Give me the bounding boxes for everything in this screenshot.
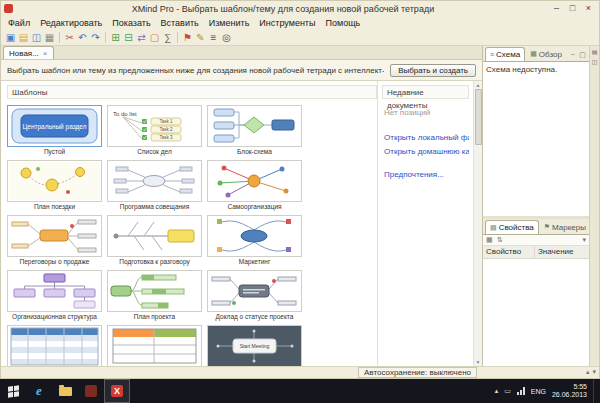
tab-close-icon[interactable]: × [43, 49, 48, 58]
label-icon[interactable]: ✎ [194, 30, 207, 45]
template-marketing[interactable]: Маркетинг [207, 215, 302, 267]
menu-help[interactable]: Помощь [320, 18, 365, 28]
todo-title: To do list [113, 111, 137, 117]
insert-subtopic-icon[interactable]: ⊟ [122, 30, 135, 45]
close-button[interactable]: × [581, 3, 596, 14]
template-self-organization[interactable]: Самоорганизация [207, 160, 302, 212]
template-preview: To do list Task 1 Task 2 [107, 105, 202, 147]
tab-properties[interactable]: ▤ Свойства [485, 220, 539, 234]
restore-view-icon[interactable]: ▤ [592, 48, 598, 55]
menu-file[interactable]: Файл [3, 18, 35, 28]
pinned-app-button[interactable] [78, 379, 104, 403]
menubar: Файл Редактировать Показать Вставить Изм… [1, 16, 599, 29]
show-hidden-icons[interactable]: ▴ [495, 387, 499, 395]
restore-view-icon-2[interactable]: ◫ [592, 58, 598, 65]
table-view-icon[interactable]: ▦ [486, 236, 493, 244]
status-up-icon[interactable]: ▴ [586, 368, 590, 376]
column-value[interactable]: Значение [535, 246, 589, 258]
relationship-icon[interactable]: ⇄ [135, 30, 148, 45]
status-down-icon[interactable]: ▾ [592, 368, 596, 376]
cut-icon[interactable]: ✂ [63, 30, 76, 45]
scrollbar-thumb[interactable] [475, 89, 482, 145]
template-caption: Подготовка к разговору [107, 257, 202, 267]
menu-edit[interactable]: Редактировать [35, 18, 107, 28]
insert-topic-icon[interactable]: ⊞ [109, 30, 122, 45]
undo-icon[interactable]: ↶ [76, 30, 89, 45]
meeting-center-topic: Start Meeting [240, 343, 270, 349]
clock-time: 5:55 [552, 383, 587, 391]
redo-icon[interactable]: ↷ [89, 30, 102, 45]
template-caption: План проекта [107, 312, 202, 322]
menu-view[interactable]: Показать [107, 18, 155, 28]
zoom-icon[interactable]: ◎ [220, 30, 233, 45]
template-preview [207, 215, 302, 257]
template-conversation-prep[interactable]: Подготовка к разговору [107, 215, 202, 267]
properties-table-header: Свойство Значение [483, 246, 589, 259]
template-table[interactable] [107, 325, 202, 366]
notes-icon[interactable]: ≡ [207, 30, 220, 45]
marker-icon[interactable]: ⚑ [181, 30, 194, 45]
template-project-plan[interactable]: План проекта [107, 270, 202, 322]
internet-explorer-button[interactable]: e [26, 379, 52, 403]
tab-outline[interactable]: ≡ Схема [485, 47, 525, 61]
outline-icon: ≡ [490, 51, 494, 58]
open-home-map-link[interactable]: Открыть домашнюю карту [384, 147, 469, 156]
template-meeting-agenda[interactable]: Программа совещания [107, 160, 202, 212]
open-local-file-link[interactable]: Открыть локальный файл... [384, 133, 469, 142]
template-spreadsheet[interactable] [7, 325, 102, 366]
start-button[interactable] [0, 379, 26, 403]
file-explorer-button[interactable] [52, 379, 78, 403]
tab-overview[interactable]: ▦ Обзор [526, 47, 566, 61]
language-indicator[interactable]: ENG [531, 388, 546, 395]
tab-new-workbook[interactable]: Новая... × [3, 46, 54, 59]
template-start-meeting[interactable]: Start Meeting [207, 325, 302, 366]
template-org-structure[interactable]: Организационная структура [7, 270, 102, 322]
template-caption: Самоорганизация [207, 202, 302, 212]
tab-label: Схема [496, 50, 520, 59]
minimize-panel-icon[interactable]: − [568, 51, 577, 59]
template-preview [107, 325, 202, 366]
template-project-status-report[interactable]: Доклад о статусе проекта [207, 270, 302, 322]
menu-insert[interactable]: Вставить [156, 18, 204, 28]
system-tray: ▴ ▭ ENG 5:55 26.06.2013 [495, 379, 600, 403]
view-menu-icon[interactable]: ▾ [582, 236, 586, 244]
open-icon[interactable]: ▤ [17, 30, 30, 45]
tab-markers[interactable]: ⚑ Маркеры [540, 220, 590, 234]
right-dock: ≡ Схема ▦ Обзор − ▢ Схема недос [483, 46, 589, 366]
todo-task-2: Task 2 [159, 127, 173, 132]
recent-documents-title: Недавние документы [382, 85, 469, 99]
choose-and-create-button[interactable]: Выбрать и создать [390, 64, 476, 77]
clock[interactable]: 5:55 26.06.2013 [552, 383, 587, 399]
save-icon[interactable]: ◫ [30, 30, 43, 45]
network-icon[interactable] [517, 387, 525, 395]
windows-taskbar: e X ▴ ▭ ENG 5:55 26.06.2013 [0, 379, 600, 403]
scroll-down-icon[interactable]: ▼ [476, 358, 481, 366]
toolbar-separator [105, 32, 106, 43]
scroll-up-icon[interactable]: ▲ [476, 81, 481, 89]
template-flowchart[interactable]: Блок-схема [207, 105, 302, 157]
ie-icon: e [36, 383, 42, 399]
boundary-icon[interactable]: ▢ [148, 30, 161, 45]
template-preview: Start Meeting [207, 325, 302, 366]
template-todo-list[interactable]: To do list Task 1 Task 2 [107, 105, 202, 157]
column-property[interactable]: Свойство [483, 246, 535, 258]
template-travel-plan[interactable]: План поездки [7, 160, 102, 212]
show-desktop-button[interactable] [593, 379, 598, 403]
preferences-link[interactable]: Предпочтения... [384, 170, 469, 179]
template-blank[interactable]: Центральный раздел Пустой [7, 105, 102, 157]
menu-modify[interactable]: Изменить [204, 18, 255, 28]
sort-icon[interactable]: ⇅ [497, 236, 503, 244]
maximize-button[interactable]: □ [565, 3, 580, 14]
menu-tools[interactable]: Инструменты [254, 18, 320, 28]
maximize-panel-icon[interactable]: ▢ [578, 51, 587, 59]
new-workbook-icon[interactable]: ▣ [4, 30, 17, 45]
properties-table-body [483, 259, 589, 366]
summary-icon[interactable]: ∑ [161, 30, 174, 45]
xmind-taskbar-button[interactable]: X [104, 379, 130, 403]
toolbar-separator [177, 32, 178, 43]
action-center-icon[interactable]: ▭ [504, 387, 511, 395]
vertical-scrollbar[interactable]: ▲ ▼ [473, 81, 482, 366]
minimize-button[interactable]: – [549, 3, 564, 14]
print-icon[interactable]: ▦ [43, 30, 56, 45]
template-sales-negotiation[interactable]: Переговоры о продаже [7, 215, 102, 267]
